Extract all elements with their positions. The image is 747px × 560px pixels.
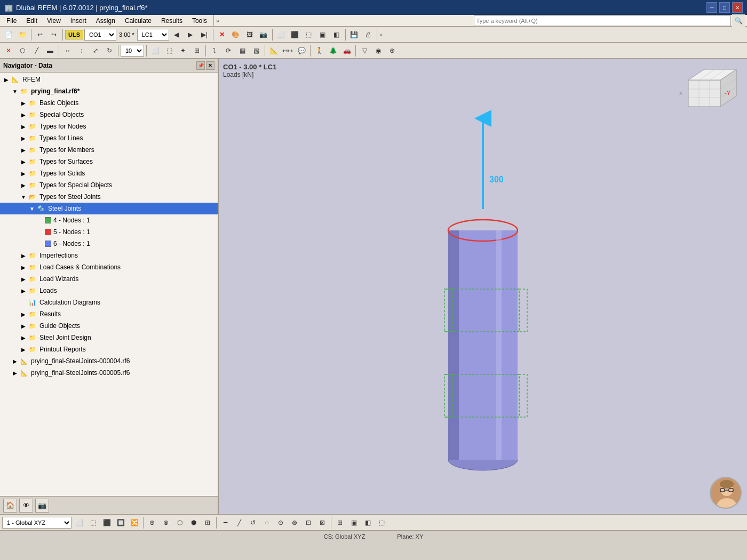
view4-icon[interactable]: ▣ xyxy=(316,28,329,41)
view2-icon[interactable]: ⬛ xyxy=(289,28,301,41)
render1-icon[interactable]: 🎨 xyxy=(229,28,242,41)
bottom-icon4[interactable]: 🔲 xyxy=(114,516,127,529)
bottom-icon21[interactable]: ◧ xyxy=(361,516,374,529)
move-x-icon[interactable]: ↔ xyxy=(61,44,74,57)
tree-item-imperfections[interactable]: ▶ 📁 Imperfections xyxy=(0,250,218,261)
measure-icon[interactable]: 📐 xyxy=(267,44,280,57)
hinge-icon[interactable]: ◉ xyxy=(372,44,385,57)
menu-insert[interactable]: Insert xyxy=(66,16,91,26)
tree-item-steel-joint-design[interactable]: ▶ 📁 Steel Joint Design xyxy=(0,332,218,343)
bottom-icon9[interactable]: ⬢ xyxy=(187,516,200,529)
bottom-icon16[interactable]: ⊛ xyxy=(288,516,301,529)
member-icon[interactable]: ▬ xyxy=(44,44,57,57)
arrow-right-icon[interactable]: ▶| xyxy=(198,28,211,41)
area-load-icon[interactable]: ▧ xyxy=(250,44,263,57)
tree-item-basic-objects[interactable]: ▶ 📁 Basic Objects xyxy=(0,97,218,109)
new-file-icon[interactable]: 📄 xyxy=(2,28,15,41)
menu-edit[interactable]: Edit xyxy=(22,16,42,26)
arrow-left-icon[interactable]: ◀ xyxy=(170,28,183,41)
menu-assign[interactable]: Assign xyxy=(92,16,120,26)
bottom-icon7[interactable]: ⊗ xyxy=(160,516,172,529)
cancel-icon[interactable]: ✕ xyxy=(2,44,15,57)
print-icon[interactable]: 🖨 xyxy=(362,28,375,41)
annotation-icon[interactable]: 💬 xyxy=(295,44,308,57)
search-icon[interactable]: 🔍 xyxy=(732,14,745,27)
nav-close-button[interactable]: ✕ xyxy=(206,61,214,70)
minimize-button[interactable]: ─ xyxy=(706,2,717,13)
tool-x-icon[interactable]: ✕ xyxy=(216,28,228,41)
release-icon[interactable]: ⊕ xyxy=(386,44,399,57)
tree-item-types-surfaces[interactable]: ▶ 📁 Types for Surfaces xyxy=(0,156,218,167)
bottom-icon11[interactable]: ━ xyxy=(219,516,232,529)
save-icon[interactable]: 💾 xyxy=(348,28,361,41)
tree-item-subproject1[interactable]: ▶ 📐 prying_final-SteelJoints-000004.rf6 xyxy=(0,355,218,367)
menu-results[interactable]: Results xyxy=(157,16,187,26)
bottom-icon15[interactable]: ⊙ xyxy=(274,516,287,529)
dimension-icon[interactable]: ↤↦ xyxy=(281,44,294,57)
render3-icon[interactable]: 📷 xyxy=(257,28,270,41)
menu-tools[interactable]: Tools xyxy=(188,16,211,26)
tree-item-project[interactable]: ▼ 📁 prying_final.rf6* xyxy=(0,85,218,97)
bottom-icon8[interactable]: ⬡ xyxy=(173,516,186,529)
load-icon[interactable]: ⤵ xyxy=(208,44,221,57)
tree-item-types-members[interactable]: ▶ 📁 Types for Members xyxy=(0,144,218,156)
combo-lc[interactable]: LC1 xyxy=(137,29,169,41)
bottom-icon1[interactable]: ⬜ xyxy=(73,516,85,529)
tree-item-types-special[interactable]: ▶ 📁 Types for Special Objects xyxy=(0,179,218,191)
tree-item-printout-reports[interactable]: ▶ 📁 Printout Reports xyxy=(0,343,218,355)
play-icon[interactable]: ▶ xyxy=(184,28,197,41)
tree-item-types-steel-joints[interactable]: ▼ 📂 Types for Steel Joints xyxy=(0,191,218,203)
toolbar-overflow[interactable]: » xyxy=(379,31,383,38)
bottom-icon19[interactable]: ⊞ xyxy=(333,516,346,529)
render2-icon[interactable]: 🖼 xyxy=(243,28,256,41)
tree-item-special-objects[interactable]: ▶ 📁 Special Objects xyxy=(0,109,218,121)
redo-icon[interactable]: ↪ xyxy=(47,28,60,41)
snap-icon[interactable]: ✦ xyxy=(177,44,189,57)
search-input[interactable] xyxy=(474,15,731,26)
nav-camera-button[interactable]: 📷 xyxy=(35,499,49,513)
car-icon[interactable]: 🚗 xyxy=(340,44,353,57)
bottom-icon5[interactable]: 🔀 xyxy=(128,516,141,529)
rotate-icon[interactable]: ↻ xyxy=(103,44,116,57)
size-combo[interactable]: 10 xyxy=(121,45,144,57)
view5-icon[interactable]: ◧ xyxy=(330,28,343,41)
view1-icon[interactable]: ⬜ xyxy=(275,28,288,41)
person-icon[interactable]: 🚶 xyxy=(313,44,325,57)
open-icon[interactable]: 📁 xyxy=(16,28,29,41)
tree-item-node4[interactable]: ▶ 4 - Nodes : 1 xyxy=(0,214,218,226)
tree-item-types-solids[interactable]: ▶ 📁 Types for Solids xyxy=(0,167,218,179)
tree-item-subproject2[interactable]: ▶ 📐 prying_final-SteelJoints-000005.rf6 xyxy=(0,367,218,379)
tree-item-node6[interactable]: ▶ 6 - Nodes : 1 xyxy=(0,238,218,250)
bottom-icon6[interactable]: ⊕ xyxy=(146,516,158,529)
tree-item-types-nodes[interactable]: ▶ 📁 Types for Nodes xyxy=(0,121,218,132)
coord-system-combo[interactable]: 1 - Global XYZ xyxy=(2,517,71,529)
bottom-icon12[interactable]: ╱ xyxy=(233,516,245,529)
bottom-icon3[interactable]: ⬛ xyxy=(100,516,113,529)
nav-eye-button[interactable]: 👁 xyxy=(19,499,33,513)
move-y-icon[interactable]: ↕ xyxy=(75,44,88,57)
tree-item-load-cases[interactable]: ▶ 📁 Load Cases & Combinations xyxy=(0,261,218,273)
box-select-icon[interactable]: ⬚ xyxy=(163,44,176,57)
bottom-icon2[interactable]: ⬚ xyxy=(86,516,99,529)
tree-item-results[interactable]: ▶ 📁 Results xyxy=(0,308,218,320)
tree-item-guide-objects[interactable]: ▶ 📁 Guide Objects xyxy=(0,320,218,332)
moment-icon[interactable]: ⟳ xyxy=(222,44,235,57)
select-icon[interactable]: ⬜ xyxy=(149,44,162,57)
surface-load-icon[interactable]: ▦ xyxy=(236,44,249,57)
node-icon[interactable]: ⬡ xyxy=(16,44,29,57)
menu-calculate[interactable]: Calculate xyxy=(121,16,156,26)
bottom-icon18[interactable]: ⊠ xyxy=(316,516,329,529)
bottom-icon13[interactable]: ↺ xyxy=(247,516,259,529)
undo-icon[interactable]: ↩ xyxy=(34,28,46,41)
supports-icon[interactable]: ▽ xyxy=(358,44,371,57)
move-z-icon[interactable]: ⤢ xyxy=(89,44,102,57)
bottom-icon10[interactable]: ⊞ xyxy=(201,516,214,529)
combo-co[interactable]: CO1 xyxy=(84,29,116,41)
menu-view[interactable]: View xyxy=(43,16,65,26)
tree-item-load-wizards[interactable]: ▶ 📁 Load Wizards xyxy=(0,273,218,285)
nav-home-button[interactable]: 🏠 xyxy=(3,499,17,513)
line-icon[interactable]: ╱ xyxy=(30,44,43,57)
tree-icon2[interactable]: 🌲 xyxy=(327,44,339,57)
bottom-icon20[interactable]: ▣ xyxy=(347,516,360,529)
tree-item-loads[interactable]: ▶ 📁 Loads xyxy=(0,285,218,297)
